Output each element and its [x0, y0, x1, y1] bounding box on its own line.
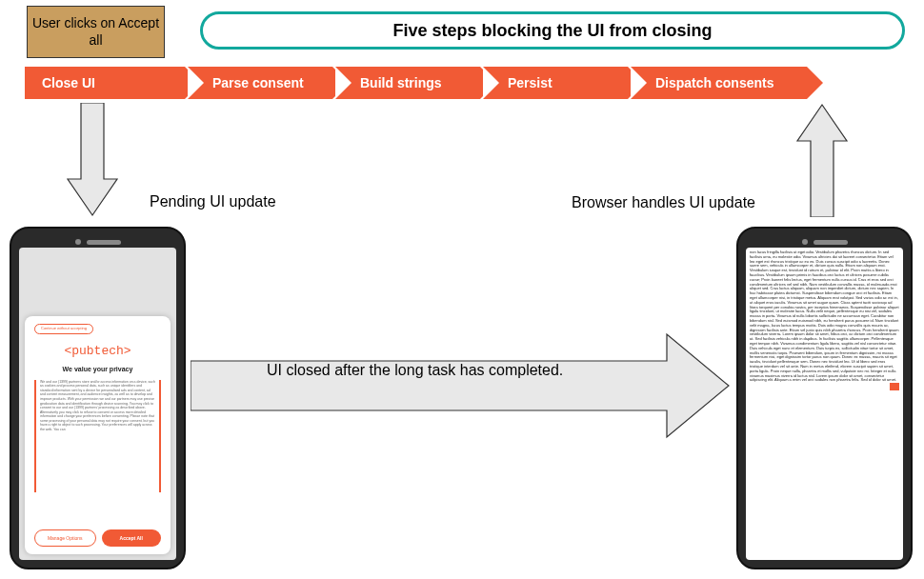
sticky-note-text: User clicks on Accept all: [31, 15, 160, 49]
step-persist: Persist: [483, 67, 628, 99]
phone-screen-before: Continue without accepting <pubtech> We …: [19, 248, 176, 560]
sticky-note: User clicks on Accept all: [27, 6, 165, 58]
step-build-strings: Build strings: [335, 67, 480, 99]
arrow-up-icon: [793, 103, 851, 217]
step-dispatch-consents: Dispatch consents: [631, 67, 807, 99]
manage-options-button[interactable]: Manage Options: [34, 529, 96, 547]
step-close-ui: Close UI: [25, 67, 185, 99]
continue-without-button[interactable]: Continue without accepting: [34, 324, 93, 334]
label-pending: Pending UI update: [150, 193, 276, 210]
label-browser: Browser handles UI update: [572, 194, 755, 211]
phone-notch: [19, 236, 176, 248]
consent-headline: We value your privacy: [63, 366, 133, 373]
steps-row: Close UI Parse consent Build strings Per…: [25, 67, 810, 99]
consent-body: We and our (1399) partners store and/or …: [34, 380, 161, 492]
phone-after: non lacus fringilla facilisis at eget od…: [736, 227, 913, 569]
step-parse-consent: Parse consent: [188, 67, 332, 99]
arrow-down-icon: [64, 103, 121, 217]
accept-all-button[interactable]: Accept All: [102, 529, 162, 547]
arrow-right-icon: [191, 329, 731, 443]
brand-logo: <pubtech>: [64, 344, 131, 359]
banner: Five steps blocking the UI from closing: [200, 11, 905, 50]
phone-screen-after: non lacus fringilla facilisis at eget od…: [746, 248, 903, 560]
phone-before: Continue without accepting <pubtech> We …: [10, 227, 186, 569]
highlight-marker: [890, 383, 899, 390]
article-text: non lacus fringilla facilisis at eget od…: [750, 250, 899, 383]
phone-notch: [746, 236, 903, 248]
banner-text: Five steps blocking the UI from closing: [392, 21, 712, 41]
label-closed: UI closed after the long task has comple…: [267, 362, 563, 379]
consent-dialog: Continue without accepting <pubtech> We …: [25, 316, 171, 554]
consent-button-row: Manage Options Accept All: [34, 529, 161, 547]
